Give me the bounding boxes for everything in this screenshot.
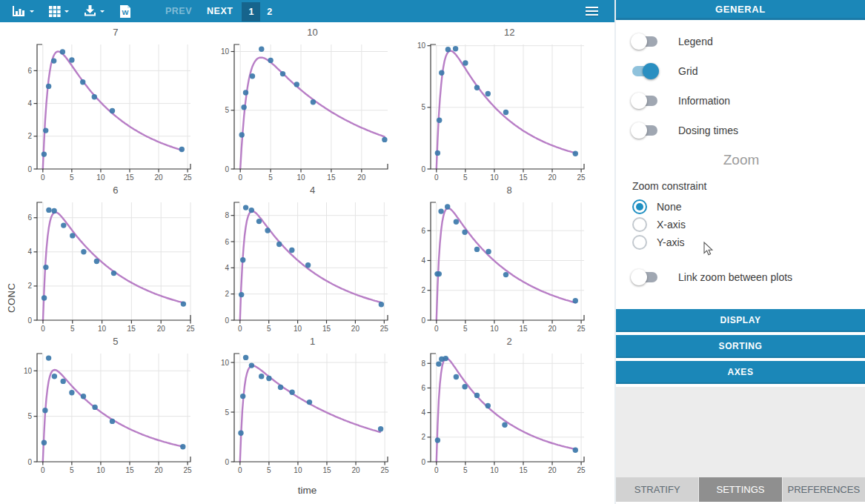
- svg-text:6: 6: [27, 67, 32, 75]
- svg-text:5: 5: [70, 173, 74, 182]
- toggle-grid-label: Grid: [678, 65, 697, 77]
- svg-text:2: 2: [27, 282, 32, 290]
- plot-2[interactable]: 051015202502468: [405, 348, 593, 476]
- svg-text:20: 20: [351, 325, 360, 333]
- svg-text:25: 25: [380, 466, 389, 474]
- radio-option-none[interactable]: None: [632, 198, 850, 216]
- radio-option-x-axis[interactable]: X-axis: [632, 216, 850, 233]
- plot-type-button[interactable]: [12, 5, 34, 18]
- menu-button[interactable]: [586, 7, 598, 16]
- svg-text:10: 10: [417, 42, 426, 50]
- svg-text:10: 10: [294, 466, 302, 474]
- svg-text:2: 2: [225, 290, 229, 298]
- svg-text:5: 5: [463, 466, 468, 474]
- download-button[interactable]: [84, 5, 105, 17]
- table-view-button[interactable]: [49, 5, 69, 17]
- toggle-grid-switch[interactable]: [632, 66, 657, 76]
- accordion-sorting[interactable]: SORTING: [616, 335, 865, 358]
- svg-text:0: 0: [434, 173, 439, 182]
- toggle-legend[interactable]: Legend: [632, 33, 850, 50]
- toggle-link-zoom-switch[interactable]: [632, 272, 657, 282]
- svg-text:5: 5: [463, 173, 468, 182]
- plot-cell: 1205101520250510: [405, 25, 597, 183]
- toggle-legend-switch[interactable]: [632, 36, 657, 47]
- plot-cell: 10051015200510: [209, 25, 400, 183]
- plot-7[interactable]: 05101520250246: [12, 39, 199, 183]
- svg-text:W: W: [122, 8, 129, 16]
- svg-text:5: 5: [27, 412, 32, 420]
- svg-text:10: 10: [294, 325, 302, 333]
- plots-area: CONC 70510152025024610051015200510120510…: [0, 22, 614, 504]
- toggle-information-switch[interactable]: [632, 96, 657, 106]
- toggle-information[interactable]: Information: [632, 93, 850, 109]
- svg-text:4: 4: [27, 248, 32, 256]
- svg-text:4: 4: [422, 256, 426, 265]
- plot-pane: W PREV NEXT 12 CONC 70510152025024610051…: [0, 0, 614, 504]
- svg-text:0: 0: [41, 325, 45, 333]
- page-button-1[interactable]: 1: [242, 2, 260, 21]
- plot-8[interactable]: 05101520250246: [405, 197, 593, 334]
- toggle-dosing-times-label: Dosing times: [678, 125, 738, 136]
- svg-text:25: 25: [577, 325, 586, 333]
- svg-text:0: 0: [27, 316, 32, 325]
- panel-filler: [616, 387, 865, 477]
- zoom-constraint-label: Zoom constraint: [632, 180, 850, 192]
- svg-text:25: 25: [186, 325, 195, 333]
- svg-text:0: 0: [225, 165, 229, 173]
- radio-option-y-axis[interactable]: Y-axis: [632, 233, 850, 251]
- zoom-section-title: Zoom: [632, 152, 850, 168]
- svg-text:5: 5: [422, 103, 426, 111]
- svg-text:2: 2: [422, 433, 426, 441]
- plot-5[interactable]: 05101520250510: [12, 348, 199, 476]
- accordion-axes[interactable]: AXES: [616, 361, 865, 384]
- svg-text:5: 5: [267, 466, 271, 474]
- svg-text:15: 15: [125, 466, 134, 474]
- radio-icon: [632, 199, 647, 214]
- radio-label: X-axis: [657, 219, 686, 231]
- tab-settings[interactable]: SETTINGS: [699, 477, 781, 502]
- svg-text:2: 2: [27, 132, 32, 140]
- panel-header-general[interactable]: GENERAL: [616, 0, 865, 20]
- svg-text:20: 20: [357, 173, 366, 182]
- svg-text:0: 0: [238, 173, 242, 182]
- svg-text:10: 10: [221, 359, 230, 367]
- download-icon: [84, 5, 96, 17]
- plot-cell: 2051015202502468: [405, 334, 597, 476]
- svg-text:10: 10: [491, 173, 500, 182]
- accordion-display[interactable]: DISPLAY: [616, 309, 865, 332]
- toggle-dosing-times[interactable]: Dosing times: [632, 122, 850, 139]
- tab-preferences[interactable]: PREFERENCES: [783, 477, 865, 502]
- toggle-link-zoom[interactable]: Link zoom between plots: [632, 269, 850, 285]
- toggle-link-zoom-label: Link zoom between plots: [678, 271, 792, 283]
- svg-text:15: 15: [327, 173, 336, 182]
- word-export-button[interactable]: W: [119, 4, 131, 19]
- radio-label: Y-axis: [657, 236, 685, 248]
- plot-cell: 705101520250246: [12, 25, 203, 183]
- plot-title: 10: [209, 25, 400, 39]
- panel-body: LegendGridInformationDosing times Zoom Z…: [616, 20, 865, 309]
- tab-stratify[interactable]: STRATIFY: [616, 477, 698, 502]
- svg-text:0: 0: [225, 458, 229, 466]
- plot-4[interactable]: 051015202502468: [209, 197, 397, 334]
- plot-10[interactable]: 051015200510: [209, 39, 397, 183]
- plot-1[interactable]: 05101520250510: [209, 348, 397, 476]
- page-button-2[interactable]: 2: [260, 2, 279, 21]
- chevron-down-icon: [100, 10, 105, 15]
- plot-title: 12: [405, 25, 597, 39]
- toggle-grid[interactable]: Grid: [632, 63, 850, 79]
- prev-button[interactable]: PREV: [165, 6, 192, 16]
- toggle-information-knob: [631, 93, 647, 109]
- svg-text:20: 20: [154, 466, 163, 474]
- next-button[interactable]: NEXT: [207, 6, 233, 16]
- plot-6[interactable]: 05101520250246: [12, 197, 199, 334]
- svg-text:15: 15: [520, 325, 528, 333]
- toggle-dosing-times-switch[interactable]: [632, 125, 657, 136]
- svg-text:0: 0: [238, 466, 242, 474]
- svg-text:6: 6: [27, 213, 32, 222]
- svg-text:6: 6: [422, 227, 426, 235]
- svg-text:20: 20: [549, 173, 557, 182]
- plot-12[interactable]: 05101520250510: [405, 39, 593, 183]
- svg-text:5: 5: [70, 466, 74, 474]
- svg-text:0: 0: [238, 325, 242, 333]
- svg-text:4: 4: [225, 264, 229, 272]
